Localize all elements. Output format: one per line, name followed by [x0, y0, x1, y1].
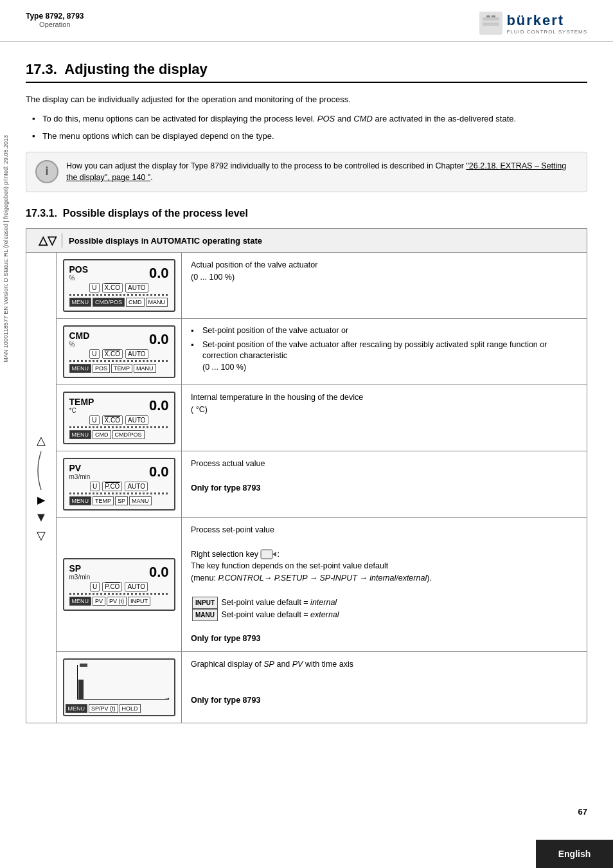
main-content: 17.3. Adjusting the display The display … [0, 42, 613, 736]
table-row-cmd: CMD % 0.0 U X.CO AUTO [57, 319, 587, 385]
info-text: How you can adjust the display for Type … [66, 160, 578, 185]
svg-rect-0 [483, 17, 499, 21]
display-col-temp: TEMP *C 0.0 U X.CO AUTO [57, 385, 182, 451]
nav-arrow-down[interactable]: ▽ [37, 529, 46, 543]
display-label-sp: SP [69, 563, 91, 574]
device-display-temp: TEMP *C 0.0 U X.CO AUTO [63, 392, 175, 444]
display-value-pos: 0.0 [149, 265, 169, 282]
table-body: △ ▶ ▼ ▽ POS [26, 253, 587, 723]
display-label-pv: PV [69, 463, 91, 473]
sidebar-print-info: MAN 1000118577 EN Version: D Status: RL … [0, 129, 12, 369]
nav-arrow-up[interactable]: △ [37, 433, 46, 448]
svg-rect-1 [483, 23, 499, 26]
display-col-cmd: CMD % 0.0 U X.CO AUTO [57, 319, 182, 384]
subsection-title: Possible displays of the process level [63, 208, 248, 219]
device-display-graph: → MENU SP/PV (t) HOLD [63, 658, 175, 716]
display-label-temp: TEMP [69, 397, 94, 407]
document-title: Type 8792, 8793 [26, 12, 84, 21]
intro-text: The display can be individually adjusted… [26, 93, 587, 106]
tag-input: INPUT [192, 597, 218, 609]
table-row-sp: SP m3/min 0.0 U P.CO AUTO [57, 518, 587, 652]
display-col-sp: SP m3/min 0.0 U P.CO AUTO [57, 518, 182, 651]
only-type-pv: Only for type 8793 [191, 484, 578, 493]
language-footer: English [536, 840, 613, 868]
nav-arrow-down-filled[interactable]: ▼ [35, 510, 48, 525]
burkert-logo: bürkert FLUID CONTROL SYSTEMS [479, 12, 587, 35]
section-heading: 17.3. Adjusting the display [26, 61, 587, 83]
desc-col-temp: Internal temperature in the housing of t… [182, 385, 587, 451]
nav-curve [32, 451, 50, 490]
logo-brand: bürkert [506, 12, 587, 29]
table-rows: POS % 0.0 U X.CO AUTO [57, 253, 587, 723]
left-nav-section: △ ▶ ▼ ▽ [26, 253, 57, 723]
document-subtitle: Operation [39, 21, 70, 28]
header-title-block: Type 8792, 8793 Operation [26, 12, 84, 28]
table-header: △▽ Possible displays in AUTOMATIC operat… [26, 229, 587, 253]
logo-text: bürkert FLUID CONTROL SYSTEMS [506, 12, 587, 35]
table-row: POS % 0.0 U X.CO AUTO [57, 253, 587, 319]
tag-manu: MANU [192, 609, 218, 621]
display-label-cmd: CMD [69, 330, 90, 341]
bullet-list: To do this, menu options can be activate… [32, 113, 587, 143]
nav-arrow-right: ▶ [37, 494, 45, 506]
subsection-heading: 17.3.1. Possible displays of the process… [26, 208, 587, 219]
desc-col-cmd: Set-point position of the valve actuator… [182, 319, 587, 384]
table-row-graph: → MENU SP/PV (t) HOLD Graphical display … [57, 652, 587, 723]
device-display-cmd: CMD % 0.0 U X.CO AUTO [63, 325, 175, 378]
svg-rect-4 [261, 550, 272, 559]
desc-col-graph: Graphical display of SP and PV with time… [182, 652, 587, 723]
device-display-pv: PV m3/min 0.0 U P.CO AUTO [63, 458, 175, 511]
table-header-title: Possible displays in AUTOMATIC operating… [62, 233, 580, 248]
logo-tagline: FLUID CONTROL SYSTEMS [506, 29, 587, 35]
display-table: △▽ Possible displays in AUTOMATIC operat… [26, 228, 587, 723]
device-display-pos: POS % 0.0 U X.CO AUTO [63, 259, 175, 312]
desc-text-pos: Actual position of the valve actuator(0 … [191, 259, 578, 284]
bullet-item-2: The menu options which can be displayed … [32, 130, 587, 143]
desc-col-pv: Process actual value Only for type 8793 [182, 451, 587, 517]
display-unit-pos: % [69, 275, 89, 282]
page-number: 67 [578, 807, 587, 817]
desc-col-sp: Process set-point value Right selection … [182, 518, 587, 651]
desc-col-pos: Actual position of the valve actuator(0 … [182, 253, 587, 318]
selection-key-icon [260, 549, 277, 559]
table-header-nav: △▽ [33, 233, 62, 248]
svg-rect-3 [492, 15, 495, 17]
bullet-item-1: To do this, menu options can be activate… [32, 113, 587, 125]
display-col-pos: POS % 0.0 U X.CO AUTO [57, 253, 182, 318]
table-row-pv: PV m3/min 0.0 U P.CO AUTO [57, 451, 587, 518]
table-row-temp: TEMP *C 0.0 U X.CO AUTO [57, 385, 587, 451]
device-display-sp: SP m3/min 0.0 U P.CO AUTO [63, 558, 175, 611]
section-title: Adjusting the display [64, 61, 207, 77]
info-icon: i [35, 160, 58, 183]
desc-bullet-2: Set-point position of the valve actuator… [191, 339, 578, 374]
svg-marker-5 [272, 552, 276, 557]
page-header: Type 8792, 8793 Operation bürkert FLUID … [0, 0, 613, 42]
logo-icon [479, 12, 502, 35]
display-col-graph: → MENU SP/PV (t) HOLD [57, 652, 182, 723]
display-col-pv: PV m3/min 0.0 U P.CO AUTO [57, 451, 182, 517]
desc-bullet-1: Set-point position of the valve actuator… [191, 325, 578, 337]
section-number: 17.3. [26, 61, 57, 77]
svg-rect-2 [486, 15, 490, 17]
info-box: i How you can adjust the display for Typ… [26, 152, 587, 193]
subsection-number: 17.3.1. [26, 208, 57, 219]
display-label-pos: POS [69, 264, 89, 275]
